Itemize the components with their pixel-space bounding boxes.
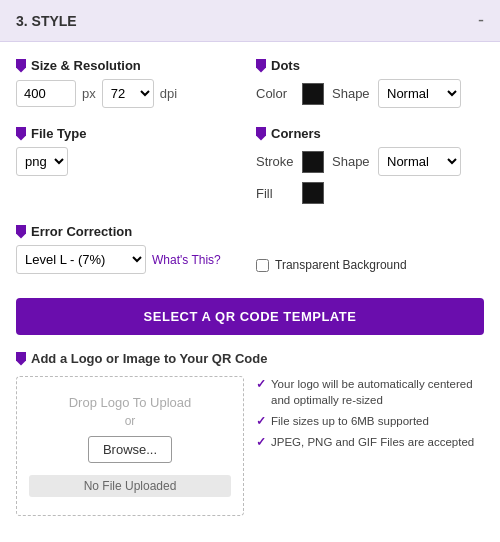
corners-fill-swatch[interactable] — [302, 182, 324, 204]
hint-item-3: ✓ JPEG, PNG and GIF Files are accepted — [256, 434, 484, 450]
corners-stroke-swatch[interactable] — [302, 151, 324, 173]
dots-block: Dots Color Shape Normal Rounded Dots Cla… — [256, 58, 484, 114]
checkmark-2: ✓ — [256, 413, 266, 429]
dpi-select[interactable]: 72 96 150 300 — [102, 79, 154, 108]
px-unit: px — [82, 86, 96, 101]
top-grid: Size & Resolution px 72 96 150 300 dpi D… — [16, 58, 484, 114]
drop-zone[interactable]: Drop Logo To Upload or Browse... No File… — [16, 376, 244, 516]
second-grid: File Type png jpg svg eps Corners Stroke… — [16, 126, 484, 212]
error-correction-inputs: Level L - (7%) Level M - (15%) Level Q -… — [16, 245, 244, 274]
hint-item-2: ✓ File sizes up to 6MB supported — [256, 413, 484, 429]
drop-text: Drop Logo To Upload — [29, 395, 231, 410]
dots-color-swatch[interactable] — [302, 83, 324, 105]
logo-grid: Drop Logo To Upload or Browse... No File… — [16, 376, 484, 516]
add-logo-title: Add a Logo or Image to Your QR Code — [16, 351, 484, 366]
third-grid: Error Correction Level L - (7%) Level M … — [16, 224, 484, 286]
section-header: 3. STYLE - — [0, 0, 500, 42]
corners-label: Corners — [256, 126, 484, 141]
collapse-button[interactable]: - — [478, 10, 484, 31]
size-resolution-inputs: px 72 96 150 300 dpi — [16, 79, 244, 108]
or-text: or — [29, 414, 231, 428]
dots-shape-select[interactable]: Normal Rounded Dots Classy — [378, 79, 461, 108]
flag-icon-filetype — [16, 127, 26, 141]
file-type-select[interactable]: png jpg svg eps — [16, 147, 68, 176]
section-title: 3. STYLE — [16, 13, 77, 29]
dots-shape-label: Shape — [332, 86, 370, 101]
dots-label: Dots — [256, 58, 484, 73]
flag-icon-error — [16, 225, 26, 239]
main-content: Size & Resolution px 72 96 150 300 dpi D… — [0, 42, 500, 542]
whats-this-link[interactable]: What's This? — [152, 253, 221, 267]
browse-button[interactable]: Browse... — [88, 436, 172, 463]
checkmark-3: ✓ — [256, 434, 266, 450]
error-correction-select[interactable]: Level L - (7%) Level M - (15%) Level Q -… — [16, 245, 146, 274]
flag-icon-logo — [16, 352, 26, 366]
flag-icon-corners — [256, 127, 266, 141]
file-type-inputs: png jpg svg eps — [16, 147, 244, 176]
corners-block: Corners Stroke Shape Normal Rounded Dots… — [256, 126, 484, 212]
transparent-bg-checkbox[interactable] — [256, 259, 269, 272]
checkmark-1: ✓ — [256, 376, 266, 392]
dots-color-label: Color — [256, 86, 294, 101]
transparent-bg-row: Transparent Background — [256, 258, 484, 272]
transparent-bg-block: Transparent Background — [256, 224, 484, 286]
add-logo-section: Add a Logo or Image to Your QR Code Drop… — [16, 351, 484, 516]
corners-shape-select[interactable]: Normal Rounded Dots Classy — [378, 147, 461, 176]
error-correction-label: Error Correction — [16, 224, 244, 239]
corners-fill-label: Fill — [256, 186, 294, 201]
px-input[interactable] — [16, 80, 76, 107]
corners-shape-label: Shape — [332, 154, 370, 169]
logo-hints: ✓ Your logo will be automatically center… — [256, 376, 484, 516]
file-type-label: File Type — [16, 126, 244, 141]
file-type-block: File Type png jpg svg eps — [16, 126, 244, 212]
no-file-label: No File Uploaded — [29, 475, 231, 497]
corners-fill-row: Fill — [256, 182, 484, 204]
dpi-unit: dpi — [160, 86, 177, 101]
flag-icon-dots — [256, 59, 266, 73]
error-correction-block: Error Correction Level L - (7%) Level M … — [16, 224, 244, 286]
transparent-bg-label[interactable]: Transparent Background — [275, 258, 407, 272]
corners-stroke-label: Stroke — [256, 154, 294, 169]
size-resolution-block: Size & Resolution px 72 96 150 300 dpi — [16, 58, 244, 114]
select-template-button[interactable]: SELECT A QR CODE TEMPLATE — [16, 298, 484, 335]
size-resolution-label: Size & Resolution — [16, 58, 244, 73]
corners-stroke-row: Stroke Shape Normal Rounded Dots Classy — [256, 147, 484, 176]
hint-item-1: ✓ Your logo will be automatically center… — [256, 376, 484, 408]
flag-icon-size — [16, 59, 26, 73]
dots-color-row: Color Shape Normal Rounded Dots Classy — [256, 79, 484, 108]
